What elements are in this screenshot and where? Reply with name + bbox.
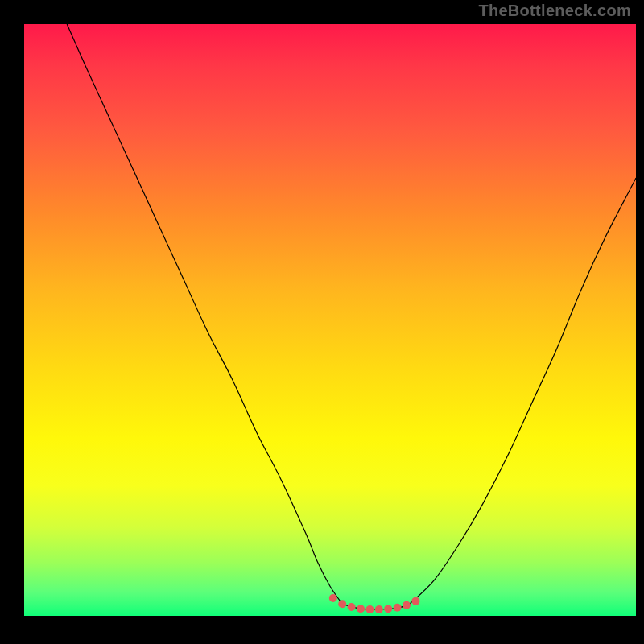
chart-frame: TheBottleneck.com xyxy=(0,0,644,644)
watermark-text: TheBottleneck.com xyxy=(478,2,631,20)
gradient-field xyxy=(24,24,636,616)
